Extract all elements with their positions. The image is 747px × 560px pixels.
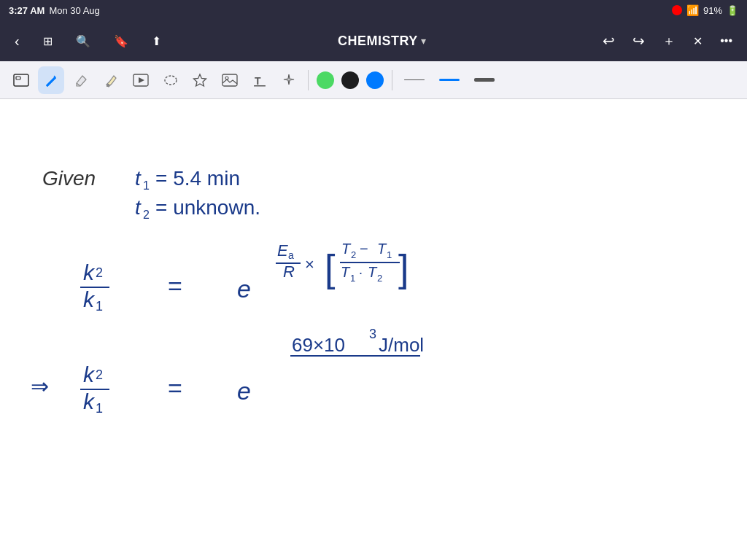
svg-text:T: T (368, 264, 378, 280)
wifi-icon: 📶 (686, 4, 699, 16)
bookmark-button[interactable]: 🔖 (108, 31, 134, 51)
svg-text:=  5.4 min: = 5.4 min (155, 167, 240, 190)
svg-text:k: k (83, 260, 96, 284)
grid-button[interactable]: ⊞ (37, 31, 58, 51)
color-black[interactable] (341, 71, 359, 89)
status-left: 3:27 AM Mon 30 Aug (9, 5, 100, 16)
svg-text:69×10: 69×10 (292, 334, 345, 356)
svg-text:3: 3 (369, 327, 376, 341)
svg-text:T: T (255, 75, 261, 87)
highlighter-tool[interactable] (98, 66, 124, 94)
toolbar: T (0, 61, 747, 99)
color-blue[interactable] (366, 71, 384, 89)
undo-button[interactable]: ↩ (597, 29, 621, 52)
svg-text:e: e (237, 275, 251, 303)
svg-text:×: × (305, 255, 314, 273)
screenshot-tool[interactable] (7, 66, 35, 94)
stroke-thick[interactable] (468, 75, 500, 85)
svg-text:J/mol: J/mol (379, 334, 424, 356)
more-button[interactable]: ••• (714, 31, 738, 50)
svg-rect-8 (254, 85, 266, 87)
svg-text:a: a (288, 249, 294, 261)
svg-rect-0 (14, 74, 28, 86)
svg-text:1: 1 (143, 179, 150, 192)
svg-text:=: = (168, 272, 182, 300)
svg-text:E: E (277, 241, 288, 260)
text-tool[interactable]: T (247, 66, 273, 94)
status-date: Mon 30 Aug (49, 5, 99, 16)
svg-text:2: 2 (96, 265, 103, 280)
svg-text:k: k (83, 362, 96, 386)
nav-title-area: CHEMISTRY ▾ (179, 34, 586, 49)
svg-text:]: ] (398, 247, 409, 289)
canvas-area[interactable]: Given t 1 = 5.4 min t 2 = unknown. k 2 k… (0, 99, 747, 560)
nav-bar: ‹ ⊞ 🔍 🔖 ⬆ CHEMISTRY ▾ ↩ ↪ ＋ ✕ ••• (0, 20, 747, 61)
svg-text:e: e (237, 377, 251, 405)
svg-text:1: 1 (387, 249, 392, 260)
svg-text:k: k (83, 389, 96, 413)
svg-text:1: 1 (96, 299, 103, 314)
svg-rect-2 (107, 84, 109, 87)
favorite-tool[interactable] (187, 66, 213, 94)
status-bar: 3:27 AM Mon 30 Aug 📶 91% 🔋 (0, 0, 747, 20)
svg-text:T: T (341, 241, 352, 257)
svg-text:2: 2 (351, 249, 356, 260)
svg-text:2: 2 (377, 273, 382, 284)
status-right: 📶 91% 🔋 (672, 4, 738, 16)
back-button[interactable]: ‹ (9, 30, 26, 52)
add-button[interactable]: ＋ (657, 29, 681, 52)
svg-text:t: t (135, 196, 142, 219)
svg-text:T: T (341, 264, 351, 280)
svg-text:Given: Given (42, 167, 96, 190)
nav-chevron: ▾ (421, 35, 426, 47)
svg-text:=: = (168, 374, 182, 402)
battery-label: 91% (703, 5, 722, 16)
close-button[interactable]: ✕ (687, 31, 708, 51)
redo-button[interactable]: ↪ (627, 29, 651, 52)
toolbar-divider-1 (308, 70, 309, 90)
svg-text:−: − (360, 241, 368, 257)
shapes-tool[interactable] (127, 66, 155, 94)
svg-text:·: · (359, 265, 363, 280)
nav-right: ↩ ↪ ＋ ✕ ••• (597, 29, 738, 52)
svg-text:t: t (135, 167, 142, 190)
handwriting-canvas[interactable]: Given t 1 = 5.4 min t 2 = unknown. k 2 k… (0, 99, 747, 560)
svg-rect-1 (16, 77, 20, 79)
nav-title: CHEMISTRY (338, 34, 418, 49)
svg-point-4 (165, 76, 177, 85)
pen-tool[interactable] (38, 66, 64, 94)
svg-text:1: 1 (96, 401, 103, 416)
color-green[interactable] (317, 71, 334, 89)
svg-text:⇒: ⇒ (31, 374, 49, 398)
svg-text:=  unknown.: = unknown. (155, 196, 260, 219)
battery-icon: 🔋 (727, 5, 738, 16)
share-button[interactable]: ⬆ (146, 31, 167, 51)
svg-text:T: T (377, 241, 387, 257)
record-indicator (672, 5, 682, 15)
eraser-tool[interactable] (67, 66, 95, 94)
svg-text:2: 2 (96, 368, 103, 382)
svg-rect-5 (222, 74, 237, 86)
svg-text:R: R (283, 262, 295, 281)
svg-text:2: 2 (143, 209, 150, 221)
search-button[interactable]: 🔍 (70, 31, 96, 51)
toolbar-divider-2 (392, 70, 392, 90)
svg-text:[: [ (325, 247, 336, 289)
svg-text:1: 1 (350, 273, 355, 284)
svg-text:k: k (83, 287, 96, 311)
image-tool[interactable] (216, 66, 244, 94)
lasso-tool[interactable] (158, 66, 184, 94)
status-time: 3:27 AM (9, 5, 44, 16)
stroke-medium[interactable] (433, 76, 465, 84)
magic-tool[interactable] (276, 66, 302, 94)
stroke-thin[interactable] (398, 77, 430, 83)
